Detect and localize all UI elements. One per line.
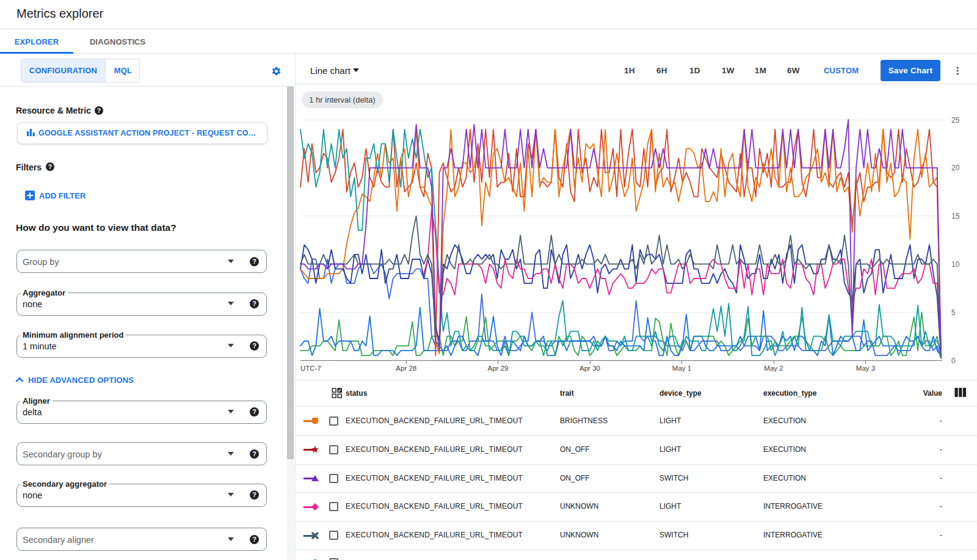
svg-text:10: 10: [951, 260, 960, 269]
svg-text:Apr 30: Apr 30: [579, 365, 600, 372]
svg-text:May 2: May 2: [764, 365, 783, 372]
svg-text:20: 20: [951, 164, 960, 172]
svg-text:15: 15: [951, 212, 960, 220]
svg-text:Apr 29: Apr 29: [488, 365, 509, 372]
svg-text:May 3: May 3: [856, 365, 875, 372]
svg-text:25: 25: [951, 116, 960, 125]
svg-text:UTC-7: UTC-7: [300, 365, 321, 372]
svg-text:May 1: May 1: [672, 365, 691, 372]
svg-text:0: 0: [951, 357, 956, 365]
svg-text:5: 5: [951, 308, 956, 317]
svg-text:Apr 28: Apr 28: [396, 365, 416, 372]
